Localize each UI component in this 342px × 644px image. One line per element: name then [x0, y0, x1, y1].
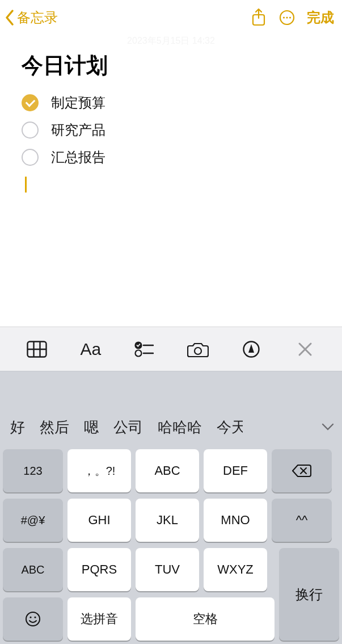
checklist-icon — [134, 341, 154, 358]
svg-point-4 — [289, 16, 291, 18]
table-icon — [27, 341, 47, 358]
candidate[interactable]: 好 — [10, 417, 25, 437]
close-keyboard-button[interactable] — [278, 342, 332, 357]
key-select-pinyin[interactable]: 选拼音 — [67, 597, 131, 641]
emoji-icon — [24, 610, 41, 628]
share-button[interactable] — [244, 8, 273, 27]
markup-icon — [242, 340, 260, 358]
key-def[interactable]: DEF — [204, 449, 267, 492]
checklist-item-text[interactable]: 汇总报告 — [51, 148, 105, 166]
key-abc[interactable]: ABC — [136, 449, 199, 492]
markup-button[interactable] — [225, 340, 278, 358]
candidate-bar: 好 然后 嗯 公司 哈哈哈 今天 — [0, 409, 342, 445]
note-body[interactable]: 2023年5月15日 14:32 今日计划 制定预算 研究产品 汇总报告 — [0, 35, 342, 327]
key-abc-mode[interactable]: ABC — [3, 548, 63, 591]
key-wxyz[interactable]: WXYZ — [204, 548, 267, 591]
candidate-expand-button[interactable] — [317, 423, 339, 431]
key-tuv[interactable]: TUV — [136, 548, 199, 591]
back-label: 备忘录 — [17, 9, 58, 27]
svg-point-21 — [34, 616, 36, 618]
candidate[interactable]: 今天 — [217, 417, 243, 437]
key-mno[interactable]: MNO — [204, 499, 267, 542]
candidate[interactable]: 哈哈哈 — [158, 417, 202, 437]
key-return[interactable]: 换行 — [279, 548, 339, 641]
checklist-item-text[interactable]: 制定预算 — [51, 94, 105, 112]
checklist-item[interactable]: 研究产品 — [22, 116, 320, 144]
keyboard: 123 ，。?! ABC DEF #@¥ GHI JKL MNO ^^ ABC — [0, 445, 342, 644]
more-button[interactable] — [273, 9, 301, 26]
keyboard-gap — [0, 371, 342, 409]
key-symbols[interactable]: #@¥ — [3, 499, 63, 542]
checklist-item[interactable]: 汇总报告 — [22, 144, 320, 171]
key-emoticon[interactable]: ^^ — [272, 499, 332, 542]
aa-icon: Aa — [80, 340, 101, 359]
key-space[interactable]: 空格 — [136, 597, 275, 641]
ellipsis-circle-icon — [278, 9, 295, 26]
checklist-item[interactable]: 制定预算 — [22, 89, 320, 116]
nav-bar: 备忘录 完成 — [0, 0, 342, 35]
camera-button[interactable] — [171, 341, 225, 358]
camera-icon — [187, 341, 209, 358]
svg-point-19 — [26, 612, 40, 626]
svg-point-3 — [286, 16, 288, 18]
candidate[interactable]: 嗯 — [84, 417, 99, 437]
svg-point-2 — [283, 16, 285, 18]
key-punct[interactable]: ，。?! — [67, 449, 131, 492]
checkbox-checked-icon[interactable] — [22, 94, 39, 111]
candidate[interactable]: 公司 — [113, 417, 143, 437]
chevron-left-icon — [5, 9, 16, 26]
back-button[interactable]: 备忘录 — [5, 9, 58, 27]
key-jkl[interactable]: JKL — [136, 499, 199, 542]
checklist-button[interactable] — [117, 341, 171, 358]
key-emoji[interactable] — [3, 597, 63, 641]
checkbox-icon[interactable] — [22, 149, 39, 166]
checklist: 制定预算 研究产品 汇总报告 — [22, 89, 320, 171]
close-icon — [298, 342, 313, 357]
note-date: 2023年5月15日 14:32 — [0, 35, 342, 47]
note-title[interactable]: 今日计划 — [22, 51, 320, 80]
done-button[interactable]: 完成 — [307, 9, 334, 27]
text-cursor — [25, 177, 27, 193]
chevron-down-icon — [322, 423, 334, 431]
backspace-icon — [292, 464, 311, 478]
text-format-button[interactable]: Aa — [64, 340, 118, 359]
key-ghi[interactable]: GHI — [67, 499, 131, 542]
checkbox-icon[interactable] — [22, 122, 39, 139]
key-backspace[interactable] — [272, 449, 332, 492]
svg-point-11 — [136, 350, 142, 356]
key-123[interactable]: 123 — [3, 449, 63, 492]
svg-point-20 — [29, 616, 31, 618]
format-toolbar: Aa — [0, 327, 342, 371]
table-button[interactable] — [10, 341, 64, 358]
checklist-item-text[interactable]: 研究产品 — [51, 121, 105, 139]
svg-point-13 — [195, 348, 201, 354]
share-icon — [251, 8, 267, 27]
key-pqrs[interactable]: PQRS — [67, 548, 131, 591]
candidate[interactable]: 然后 — [40, 417, 69, 437]
